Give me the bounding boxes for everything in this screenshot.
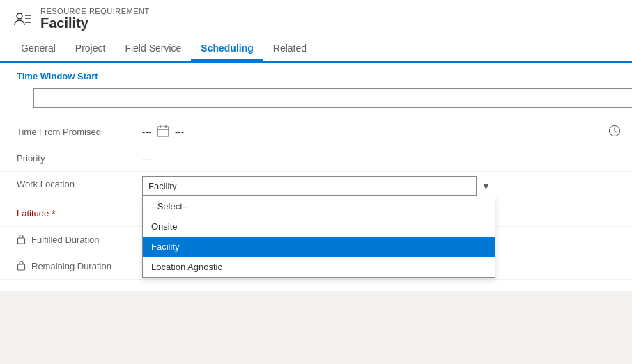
latitude-label: Latitude *	[17, 208, 142, 219]
remaining-duration-label: Remaining Duration	[17, 260, 142, 273]
content-area: Time Window Start Time From Promised ---…	[0, 63, 632, 291]
work-location-dropdown-wrapper: Facility ▼ --Select-- Onsite Facility Lo…	[142, 176, 495, 196]
resource-icon	[11, 8, 33, 31]
work-location-dropdown[interactable]: Facility ▼	[142, 176, 495, 196]
time-from-promised-row: Time From Promised --- ---	[0, 119, 632, 145]
dropdown-option-onsite[interactable]: Onsite	[143, 216, 495, 237]
nav-tabs: General Project Field Service Scheduling…	[11, 37, 621, 61]
time-from-promised-value: --- ---	[142, 125, 621, 140]
svg-rect-11	[18, 238, 25, 244]
breadcrumb-subtitle: RESOURCE REQUIREMENT	[40, 7, 150, 15]
lock-icon-fulfilled	[17, 234, 26, 246]
svg-point-0	[17, 13, 22, 19]
tab-related[interactable]: Related	[263, 37, 316, 61]
priority-label: Priority	[17, 153, 142, 164]
work-location-dropdown-menu: --Select-- Onsite Facility Location Agno…	[142, 196, 495, 278]
tab-project[interactable]: Project	[65, 37, 116, 61]
svg-rect-4	[157, 127, 169, 136]
priority-value: ---	[142, 153, 621, 164]
required-star: *	[52, 208, 55, 219]
fulfilled-duration-label: Fulfilled Duration	[17, 234, 142, 246]
work-location-label: Work Location	[17, 176, 142, 189]
dropdown-option-location-agnostic[interactable]: Location Agnostic	[143, 257, 495, 277]
calendar-icon[interactable]	[157, 125, 169, 140]
clock-icon[interactable]	[608, 125, 621, 140]
dropdown-option-select[interactable]: --Select--	[143, 196, 495, 216]
tab-field-service[interactable]: Field Service	[115, 37, 191, 61]
lock-icon-remaining	[17, 260, 26, 273]
work-location-value: Facility ▼ --Select-- Onsite Facility Lo…	[142, 176, 621, 196]
dropdown-option-facility[interactable]: Facility	[143, 237, 495, 257]
time-from-promised-label: Time From Promised	[17, 127, 142, 137]
tab-general[interactable]: General	[11, 37, 65, 61]
dropdown-arrow-icon[interactable]: ▼	[476, 176, 495, 196]
breadcrumb-row: RESOURCE REQUIREMENT Facility	[11, 7, 621, 31]
breadcrumb-text: RESOURCE REQUIREMENT Facility	[40, 7, 150, 31]
app-header: RESOURCE REQUIREMENT Facility General Pr…	[0, 0, 632, 61]
breadcrumb-title: Facility	[40, 15, 150, 31]
svg-rect-12	[18, 264, 25, 270]
svg-line-10	[615, 131, 617, 132]
tab-scheduling[interactable]: Scheduling	[191, 37, 263, 61]
time-window-start-input[interactable]	[33, 88, 632, 108]
priority-row: Priority ---	[0, 145, 632, 172]
work-location-row: Work Location Facility ▼ --Select-- Onsi…	[0, 172, 632, 200]
section-time-window: Time Window Start	[0, 63, 632, 84]
